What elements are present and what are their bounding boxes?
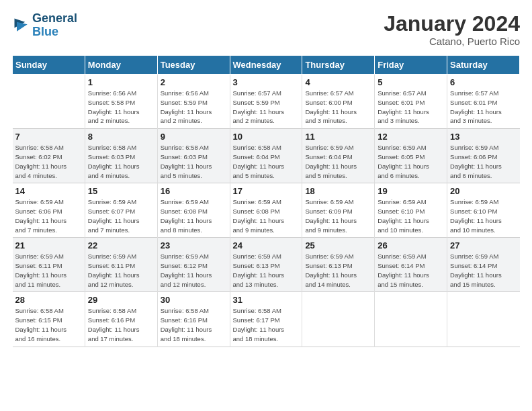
calendar-week-row: 21Sunrise: 6:59 AMSunset: 6:11 PMDayligh… xyxy=(13,238,520,292)
day-info: Sunrise: 6:59 AMSunset: 6:11 PMDaylight:… xyxy=(88,252,154,289)
day-number: 28 xyxy=(15,295,82,305)
day-number: 8 xyxy=(88,132,154,142)
calendar-day-cell: 10Sunrise: 6:58 AMSunset: 6:04 PMDayligh… xyxy=(230,129,302,183)
day-number: 20 xyxy=(450,186,517,196)
day-info: Sunrise: 6:59 AMSunset: 6:08 PMDaylight:… xyxy=(233,197,300,234)
calendar-day-cell: 18Sunrise: 6:59 AMSunset: 6:09 PMDayligh… xyxy=(302,183,375,238)
day-number: 26 xyxy=(378,240,444,250)
calendar-day-cell: 12Sunrise: 6:59 AMSunset: 6:05 PMDayligh… xyxy=(375,129,447,183)
calendar-day-cell: 28Sunrise: 6:58 AMSunset: 6:15 PMDayligh… xyxy=(13,292,85,347)
calendar-day-cell: 15Sunrise: 6:59 AMSunset: 6:07 PMDayligh… xyxy=(85,183,157,238)
calendar-day-cell: 23Sunrise: 6:59 AMSunset: 6:12 PMDayligh… xyxy=(157,238,230,292)
day-info: Sunrise: 6:56 AMSunset: 5:59 PMDaylight:… xyxy=(161,89,227,126)
calendar-week-row: 1Sunrise: 6:56 AMSunset: 5:58 PMDaylight… xyxy=(13,75,520,129)
day-info: Sunrise: 6:59 AMSunset: 6:14 PMDaylight:… xyxy=(450,252,517,289)
day-number: 17 xyxy=(233,186,300,196)
day-number: 11 xyxy=(305,132,371,142)
calendar-day-cell: 20Sunrise: 6:59 AMSunset: 6:10 PMDayligh… xyxy=(447,183,520,238)
day-info: Sunrise: 6:59 AMSunset: 6:07 PMDaylight:… xyxy=(88,197,154,234)
calendar-day-cell: 21Sunrise: 6:59 AMSunset: 6:11 PMDayligh… xyxy=(13,238,85,292)
calendar-header-cell: Wednesday xyxy=(230,56,302,75)
day-number: 9 xyxy=(161,132,227,142)
day-number: 27 xyxy=(450,240,517,250)
day-number: 14 xyxy=(15,186,82,196)
calendar-header-cell: Saturday xyxy=(447,56,520,75)
calendar-day-cell: 1Sunrise: 6:56 AMSunset: 5:58 PMDaylight… xyxy=(85,75,157,129)
calendar-header-cell: Tuesday xyxy=(157,56,230,75)
calendar-day-cell: 7Sunrise: 6:58 AMSunset: 6:02 PMDaylight… xyxy=(13,129,85,183)
day-number: 10 xyxy=(233,132,300,142)
calendar-day-cell: 5Sunrise: 6:57 AMSunset: 6:01 PMDaylight… xyxy=(375,75,447,129)
logo-icon xyxy=(12,16,31,35)
day-number: 30 xyxy=(161,295,227,305)
calendar-day-cell: 19Sunrise: 6:59 AMSunset: 6:10 PMDayligh… xyxy=(375,183,447,238)
day-number: 3 xyxy=(233,77,300,87)
day-number: 5 xyxy=(378,77,444,87)
calendar-day-cell: 3Sunrise: 6:57 AMSunset: 5:59 PMDaylight… xyxy=(230,75,302,129)
day-number: 21 xyxy=(15,240,82,250)
day-info: Sunrise: 6:57 AMSunset: 6:01 PMDaylight:… xyxy=(378,89,444,126)
day-info: Sunrise: 6:57 AMSunset: 6:01 PMDaylight:… xyxy=(450,89,517,126)
calendar-header-row: SundayMondayTuesdayWednesdayThursdayFrid… xyxy=(13,56,520,75)
calendar-day-cell: 2Sunrise: 6:56 AMSunset: 5:59 PMDaylight… xyxy=(157,75,230,129)
logo-text: General Blue xyxy=(32,12,77,39)
svg-marker-2 xyxy=(17,22,28,32)
calendar-day-cell: 29Sunrise: 6:58 AMSunset: 6:16 PMDayligh… xyxy=(85,292,157,347)
calendar-header-cell: Thursday xyxy=(302,56,375,75)
day-info: Sunrise: 6:59 AMSunset: 6:06 PMDaylight:… xyxy=(15,197,82,234)
day-number: 1 xyxy=(88,77,154,87)
day-info: Sunrise: 6:58 AMSunset: 6:17 PMDaylight:… xyxy=(233,306,300,343)
calendar-day-cell: 27Sunrise: 6:59 AMSunset: 6:14 PMDayligh… xyxy=(447,238,520,292)
day-info: Sunrise: 6:59 AMSunset: 6:06 PMDaylight:… xyxy=(450,143,517,180)
calendar-day-cell: 6Sunrise: 6:57 AMSunset: 6:01 PMDaylight… xyxy=(447,75,520,129)
day-number: 23 xyxy=(161,240,227,250)
calendar-day-cell: 14Sunrise: 6:59 AMSunset: 6:06 PMDayligh… xyxy=(13,183,85,238)
calendar-week-row: 14Sunrise: 6:59 AMSunset: 6:06 PMDayligh… xyxy=(13,183,520,238)
day-number: 24 xyxy=(233,240,300,250)
day-info: Sunrise: 6:58 AMSunset: 6:04 PMDaylight:… xyxy=(233,143,300,180)
calendar-day-cell: 31Sunrise: 6:58 AMSunset: 6:17 PMDayligh… xyxy=(230,292,302,347)
calendar-day-cell: 8Sunrise: 6:58 AMSunset: 6:03 PMDaylight… xyxy=(85,129,157,183)
day-info: Sunrise: 6:59 AMSunset: 6:10 PMDaylight:… xyxy=(378,197,444,234)
calendar-day-cell xyxy=(375,292,447,347)
day-info: Sunrise: 6:59 AMSunset: 6:12 PMDaylight:… xyxy=(161,252,227,289)
day-info: Sunrise: 6:56 AMSunset: 5:58 PMDaylight:… xyxy=(88,89,154,126)
day-number: 13 xyxy=(450,132,517,142)
calendar-day-cell: 4Sunrise: 6:57 AMSunset: 6:00 PMDaylight… xyxy=(302,75,375,129)
calendar-day-cell: 26Sunrise: 6:59 AMSunset: 6:14 PMDayligh… xyxy=(375,238,447,292)
day-number: 4 xyxy=(305,77,371,87)
calendar-week-row: 7Sunrise: 6:58 AMSunset: 6:02 PMDaylight… xyxy=(13,129,520,183)
day-number: 6 xyxy=(450,77,517,87)
day-info: Sunrise: 6:59 AMSunset: 6:14 PMDaylight:… xyxy=(378,252,444,289)
day-info: Sunrise: 6:58 AMSunset: 6:03 PMDaylight:… xyxy=(161,143,227,180)
day-info: Sunrise: 6:59 AMSunset: 6:13 PMDaylight:… xyxy=(305,252,371,289)
day-info: Sunrise: 6:58 AMSunset: 6:16 PMDaylight:… xyxy=(88,306,154,343)
calendar-day-cell: 17Sunrise: 6:59 AMSunset: 6:08 PMDayligh… xyxy=(230,183,302,238)
day-info: Sunrise: 6:59 AMSunset: 6:11 PMDaylight:… xyxy=(15,252,82,289)
calendar-day-cell xyxy=(302,292,375,347)
day-number: 18 xyxy=(305,186,371,196)
day-info: Sunrise: 6:59 AMSunset: 6:13 PMDaylight:… xyxy=(233,252,300,289)
day-info: Sunrise: 6:57 AMSunset: 5:59 PMDaylight:… xyxy=(233,89,300,126)
calendar-body: 1Sunrise: 6:56 AMSunset: 5:58 PMDaylight… xyxy=(13,75,520,347)
day-number: 31 xyxy=(233,295,300,305)
day-number: 7 xyxy=(15,132,82,142)
page: General Blue January 2024 Catano, Puerto… xyxy=(0,0,532,354)
calendar-day-cell: 13Sunrise: 6:59 AMSunset: 6:06 PMDayligh… xyxy=(447,129,520,183)
day-info: Sunrise: 6:59 AMSunset: 6:08 PMDaylight:… xyxy=(161,197,227,234)
logo: General Blue xyxy=(12,12,77,39)
calendar-header-cell: Sunday xyxy=(13,56,85,75)
day-number: 16 xyxy=(161,186,227,196)
calendar-day-cell: 9Sunrise: 6:58 AMSunset: 6:03 PMDaylight… xyxy=(157,129,230,183)
title-area: January 2024 Catano, Puerto Rico xyxy=(384,12,520,47)
day-number: 19 xyxy=(378,186,444,196)
calendar-header-cell: Friday xyxy=(375,56,447,75)
day-info: Sunrise: 6:58 AMSunset: 6:02 PMDaylight:… xyxy=(15,143,82,180)
day-info: Sunrise: 6:58 AMSunset: 6:15 PMDaylight:… xyxy=(15,306,82,343)
day-number: 2 xyxy=(161,77,227,87)
calendar-day-cell: 25Sunrise: 6:59 AMSunset: 6:13 PMDayligh… xyxy=(302,238,375,292)
day-info: Sunrise: 6:59 AMSunset: 6:10 PMDaylight:… xyxy=(450,197,517,234)
day-info: Sunrise: 6:58 AMSunset: 6:16 PMDaylight:… xyxy=(161,306,227,343)
calendar-day-cell: 22Sunrise: 6:59 AMSunset: 6:11 PMDayligh… xyxy=(85,238,157,292)
day-number: 22 xyxy=(88,240,154,250)
